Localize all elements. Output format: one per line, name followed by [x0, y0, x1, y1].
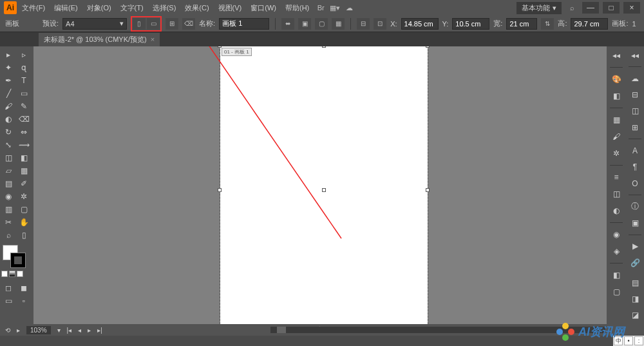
- brush-tool-icon[interactable]: 🖌: [1, 101, 15, 112]
- selection-handle[interactable]: [426, 46, 430, 48]
- zoom-tool-icon[interactable]: ⌕: [1, 229, 15, 241]
- appearance-panel-icon[interactable]: ◉: [609, 228, 623, 241]
- symbol-sprayer-tool-icon[interactable]: ✲: [17, 191, 31, 202]
- align-panel-icon[interactable]: ⊟: [628, 89, 642, 101]
- fill-stroke-swatch[interactable]: [1, 245, 32, 268]
- none-mode-icon[interactable]: [17, 271, 23, 277]
- layers-panel-icon[interactable]: ◧: [609, 269, 623, 282]
- blend-tool-icon[interactable]: ◉: [1, 191, 15, 202]
- transform-panel-icon[interactable]: ⊞: [628, 121, 642, 133]
- reference-point-icon[interactable]: ⊡: [374, 18, 386, 30]
- align-icon-1[interactable]: ▣: [298, 18, 311, 30]
- menu-effect[interactable]: 效果(C): [181, 1, 213, 15]
- selection-handle[interactable]: [322, 46, 326, 48]
- paragraph-panel-icon[interactable]: ¶: [628, 161, 642, 173]
- pen-tool-icon[interactable]: ✒: [1, 75, 15, 86]
- mesh-tool-icon[interactable]: ▦: [17, 165, 31, 177]
- x-input[interactable]: 14.85 cm: [401, 18, 439, 30]
- horizontal-scrollbar[interactable]: [270, 327, 605, 333]
- orientation-portrait-icon[interactable]: ▯: [133, 18, 146, 30]
- artboard[interactable]: [220, 46, 428, 324]
- hand-tool-icon[interactable]: ✋: [17, 216, 31, 228]
- maximize-button[interactable]: □: [603, 2, 620, 14]
- color-panel-icon[interactable]: 🎨: [609, 73, 623, 86]
- selection-handle[interactable]: [322, 188, 326, 192]
- separations-panel-icon[interactable]: ◨: [628, 293, 642, 305]
- color-mode-icon[interactable]: [1, 271, 8, 277]
- document-tab[interactable]: 未标题-2* @ 103% (CMYK/预览) ×: [39, 33, 160, 46]
- rectangle-tool-icon[interactable]: ▭: [17, 88, 31, 99]
- menu-select[interactable]: 选择(S): [149, 1, 180, 15]
- libraries-panel-icon[interactable]: ☁: [628, 72, 642, 84]
- width-input[interactable]: 21 cm: [506, 18, 537, 30]
- eyedropper-tool-icon[interactable]: ✐: [17, 178, 31, 189]
- orientation-landscape-icon[interactable]: ▭: [147, 18, 160, 30]
- artboard-nav-next-icon[interactable]: ▸: [88, 327, 91, 334]
- menu-window[interactable]: 窗口(W): [247, 1, 280, 15]
- gradient-mode-icon[interactable]: [9, 271, 15, 277]
- selection-handle[interactable]: [218, 46, 222, 48]
- print-tiling-tool-icon[interactable]: ▯: [17, 229, 31, 241]
- artboard-tool-icon[interactable]: ▢: [17, 204, 31, 215]
- zoom-level[interactable]: 103%: [26, 326, 51, 334]
- rotate-tool-icon[interactable]: ↻: [1, 126, 15, 138]
- lasso-tool-icon[interactable]: ɋ: [17, 62, 31, 73]
- y-input[interactable]: 10.5 cm: [452, 18, 489, 30]
- selection-tool-icon[interactable]: ▸: [1, 49, 15, 61]
- draw-mode-behind-icon[interactable]: ◼: [17, 282, 31, 294]
- swatches-panel-icon[interactable]: ▦: [609, 113, 623, 126]
- link-wh-icon[interactable]: ⇅: [541, 18, 554, 30]
- artboard-nav-last-icon[interactable]: ▸|: [97, 327, 102, 334]
- tab-close-icon[interactable]: ×: [151, 35, 155, 43]
- status-icon[interactable]: ⟲: [5, 327, 10, 334]
- move-artwork-icon[interactable]: ⬌: [281, 18, 294, 30]
- free-transform-tool-icon[interactable]: ◫: [1, 152, 15, 164]
- extras-panel-icon[interactable]: ▤: [628, 276, 642, 289]
- zoom-dropdown-icon[interactable]: ▾: [57, 327, 61, 334]
- artboards-panel-icon[interactable]: ▢: [609, 285, 623, 298]
- selection-handle[interactable]: [426, 188, 430, 192]
- perspective-tool-icon[interactable]: ▱: [1, 165, 15, 177]
- new-artboard-icon[interactable]: ⊞: [166, 18, 178, 30]
- gradient-tool-icon[interactable]: ▤: [1, 178, 15, 189]
- artboard-nav-first-icon[interactable]: |◂: [67, 327, 72, 334]
- menu-view[interactable]: 视图(V): [214, 1, 246, 15]
- eraser-tool-icon[interactable]: ⌫: [17, 113, 31, 125]
- align-icon-2[interactable]: ▢: [315, 18, 328, 30]
- gradient-panel-icon[interactable]: ◫: [609, 187, 623, 200]
- scale-tool-icon[interactable]: ⤡: [1, 139, 15, 151]
- screen-mode-icon[interactable]: ▭: [1, 295, 15, 307]
- options-icon[interactable]: ⊟: [357, 18, 370, 30]
- draw-mode-normal-icon[interactable]: ◻: [1, 282, 15, 294]
- color-guide-panel-icon[interactable]: ◧: [609, 90, 623, 102]
- close-button[interactable]: ×: [623, 2, 640, 14]
- ime-width-button[interactable]: :: [634, 336, 643, 345]
- pencil-tool-icon[interactable]: ✎: [17, 101, 31, 112]
- links-panel-icon[interactable]: 🔗: [628, 256, 642, 269]
- graph-tool-icon[interactable]: ▥: [1, 204, 15, 215]
- expand-dock-icon[interactable]: ◂◂: [628, 49, 642, 61]
- align-icon-3[interactable]: ▦: [332, 18, 345, 30]
- stroke-swatch[interactable]: [10, 253, 26, 268]
- navigator-panel-icon[interactable]: ▣: [628, 216, 642, 229]
- menu-text[interactable]: 文字(T): [117, 1, 147, 15]
- direct-selection-tool-icon[interactable]: ▹: [17, 49, 31, 61]
- minimize-button[interactable]: —: [582, 2, 599, 14]
- transparency-panel-icon[interactable]: ◐: [609, 204, 623, 217]
- sync-icon[interactable]: ☁: [343, 2, 355, 14]
- scrollbar-thumb[interactable]: [277, 327, 286, 333]
- menu-help[interactable]: 帮助(H): [281, 1, 313, 15]
- pathfinder-panel-icon[interactable]: ◫: [628, 105, 642, 117]
- actions-panel-icon[interactable]: ▶: [628, 240, 642, 253]
- delete-artboard-icon[interactable]: ⌫: [182, 18, 195, 30]
- info-panel-icon[interactable]: ⓘ: [628, 200, 642, 213]
- height-input[interactable]: 29.7 cm: [571, 18, 608, 30]
- slice-tool-icon[interactable]: ✂: [1, 216, 15, 228]
- bridge-icon[interactable]: Br: [314, 2, 327, 14]
- width-tool-icon[interactable]: ⟿: [17, 139, 31, 151]
- opentype-panel-icon[interactable]: O: [628, 177, 642, 189]
- symbols-panel-icon[interactable]: ✲: [609, 147, 623, 160]
- shape-builder-tool-icon[interactable]: ◧: [17, 152, 31, 164]
- type-tool-icon[interactable]: T: [17, 75, 31, 86]
- preset-select[interactable]: A4▾: [62, 18, 127, 30]
